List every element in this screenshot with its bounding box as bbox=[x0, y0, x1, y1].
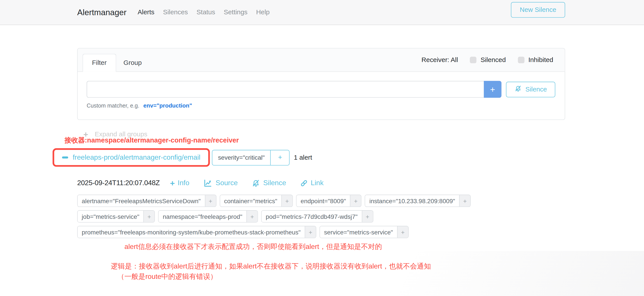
silence-filter-label: Silence bbox=[526, 86, 547, 93]
alert-label-tag: service="metrics-service" + bbox=[320, 226, 409, 238]
alert-label-text[interactable]: prometheus="freeleaps-monitoring-system/… bbox=[78, 226, 305, 238]
source-label: Source bbox=[216, 179, 238, 187]
annotation-highlight-box: freeleaps-prod/alertmanager-config/email bbox=[52, 148, 210, 167]
alert-label-tag: container="metrics" + bbox=[220, 194, 293, 207]
matcher-input[interactable] bbox=[87, 81, 484, 98]
alert-label-text[interactable]: job="metrics-service" bbox=[78, 211, 144, 222]
alert-label-tag: instance="10.233.98.209:8009" + bbox=[365, 194, 471, 207]
link-label: Link bbox=[311, 179, 324, 187]
alert-label-tag: job="metrics-service" + bbox=[77, 210, 155, 222]
info-button[interactable]: + Info bbox=[170, 179, 189, 187]
add-matcher-button[interactable]: + bbox=[484, 81, 502, 98]
annotation-receiver-note: 接收器:namespace/altermanager-config-name/r… bbox=[64, 136, 239, 145]
alert-label-text[interactable]: endpoint="8009" bbox=[296, 195, 350, 206]
silence-alert-button[interactable]: Silence bbox=[252, 178, 286, 188]
alert-label-text[interactable]: container="metrics" bbox=[220, 195, 281, 206]
group-matcher-add-button[interactable]: + bbox=[270, 150, 290, 165]
filter-card-header: Filter Group Receiver: All Silenced Inhi… bbox=[78, 48, 565, 72]
silenced-toggle[interactable]: Silenced bbox=[470, 56, 506, 64]
tab-group[interactable]: Group bbox=[116, 54, 149, 72]
alert-timestamp: 2025-09-24T11:20:07.048Z bbox=[77, 179, 160, 187]
bell-slash-icon bbox=[252, 178, 260, 188]
nav-item-silences[interactable]: Silences bbox=[163, 8, 188, 16]
alert-label-add-button[interactable]: + bbox=[459, 195, 470, 206]
tab-filter[interactable]: Filter bbox=[82, 54, 116, 72]
alert-label-add-button[interactable]: + bbox=[397, 226, 408, 238]
alert-label-text[interactable]: alertname="FreeleapsMetricsServiceDown" bbox=[78, 195, 205, 206]
inhibited-label: Inhibited bbox=[528, 56, 553, 64]
matcher-help-text: Custom matcher, e.g. bbox=[87, 103, 140, 109]
inhibited-checkbox[interactable] bbox=[518, 57, 524, 63]
source-link[interactable]: Source bbox=[203, 178, 238, 188]
alert-label-tag: namespace="freeleaps-prod" + bbox=[158, 210, 258, 222]
generator-link[interactable]: Link bbox=[300, 179, 324, 187]
receiver-group-row: freeleaps-prod/alertmanager-config/email… bbox=[52, 148, 312, 167]
alert-label-text[interactable]: instance="10.233.98.209:8009" bbox=[365, 195, 459, 206]
silenced-checkbox[interactable] bbox=[470, 57, 476, 63]
silence-alert-label: Silence bbox=[263, 179, 286, 187]
alert-count: 1 alert bbox=[294, 154, 312, 161]
link-icon bbox=[300, 179, 308, 187]
alert-label-text[interactable]: service="metrics-service" bbox=[320, 226, 397, 238]
alert-label-add-button[interactable]: + bbox=[304, 226, 316, 238]
receiver-selector[interactable]: Receiver: All bbox=[422, 56, 458, 64]
annotation-logic-note: 逻辑是：接收器收到alert后进行通知，如果alert不在接收器下，说明接收器没… bbox=[111, 262, 431, 271]
alert-label-tag: prometheus="freeleaps-monitoring-system/… bbox=[77, 226, 316, 238]
alert-label-add-button[interactable]: + bbox=[362, 211, 372, 222]
alert-label-tag: pod="metrics-77d9cdb497-wdsj7" + bbox=[261, 210, 373, 222]
receiver-group-header[interactable]: freeleaps-prod/alertmanager-config/email bbox=[73, 153, 200, 162]
alert-labels: alertname="FreeleapsMetricsServiceDown" … bbox=[77, 194, 508, 238]
minus-icon bbox=[62, 156, 68, 158]
silenced-label: Silenced bbox=[480, 56, 506, 64]
silence-filter-button[interactable]: Silence bbox=[506, 82, 555, 97]
corner-shade bbox=[274, 251, 644, 296]
alert-meta-row: 2025-09-24T11:20:07.048Z + Info Source bbox=[77, 178, 324, 188]
matcher-help: Custom matcher, e.g. env="production" bbox=[87, 102, 555, 109]
alertmanager-page: Alertmanager Alerts Silences Status Sett… bbox=[0, 0, 644, 296]
new-silence-button[interactable]: New Silence bbox=[511, 2, 565, 18]
alert-label-add-button[interactable]: + bbox=[350, 195, 361, 206]
group-matcher: severity="critical" + bbox=[212, 150, 290, 165]
matcher-example-link[interactable]: env="production" bbox=[144, 102, 192, 109]
filter-card: Filter Group Receiver: All Silenced Inhi… bbox=[77, 48, 565, 120]
alert-label-tag: alertname="FreeleapsMetricsServiceDown" … bbox=[77, 194, 216, 207]
navbar: Alertmanager Alerts Silences Status Sett… bbox=[0, 0, 644, 25]
alert-label-add-button[interactable]: + bbox=[246, 211, 257, 222]
nav-item-help[interactable]: Help bbox=[256, 8, 270, 16]
inhibited-toggle[interactable]: Inhibited bbox=[518, 56, 554, 64]
alert-label-add-button[interactable]: + bbox=[144, 211, 154, 222]
plus-icon: + bbox=[170, 179, 175, 187]
alert-label-add-button[interactable]: + bbox=[205, 195, 216, 206]
chart-line-icon bbox=[203, 178, 213, 188]
alert-label-text[interactable]: namespace="freeleaps-prod" bbox=[158, 211, 246, 222]
info-label: Info bbox=[178, 179, 189, 187]
annotation-alert-note: alert信息必须在接收器下才表示配置成功，否则即使能看到alert，但是通知是… bbox=[124, 242, 382, 251]
bell-slash-icon bbox=[514, 85, 522, 94]
filter-header-controls: Receiver: All Silenced Inhibited bbox=[422, 48, 553, 72]
alert-label-add-button[interactable]: + bbox=[281, 195, 292, 206]
alert-label-text[interactable]: pod="metrics-77d9cdb497-wdsj7" bbox=[262, 211, 362, 222]
group-matcher-label[interactable]: severity="critical" bbox=[212, 150, 270, 165]
nav-item-settings[interactable]: Settings bbox=[224, 8, 248, 16]
alert-label-tag: endpoint="8009" + bbox=[296, 194, 362, 207]
nav-item-status[interactable]: Status bbox=[196, 8, 215, 16]
nav-item-alerts[interactable]: Alerts bbox=[138, 8, 154, 16]
brand-link[interactable]: Alertmanager bbox=[77, 8, 126, 17]
filter-card-body: + Silence Custom matcher, e.g. env="prod… bbox=[78, 72, 565, 120]
plus-icon: + bbox=[490, 84, 495, 94]
annotation-route-note: （一般是route中的逻辑有错误） bbox=[118, 272, 217, 281]
